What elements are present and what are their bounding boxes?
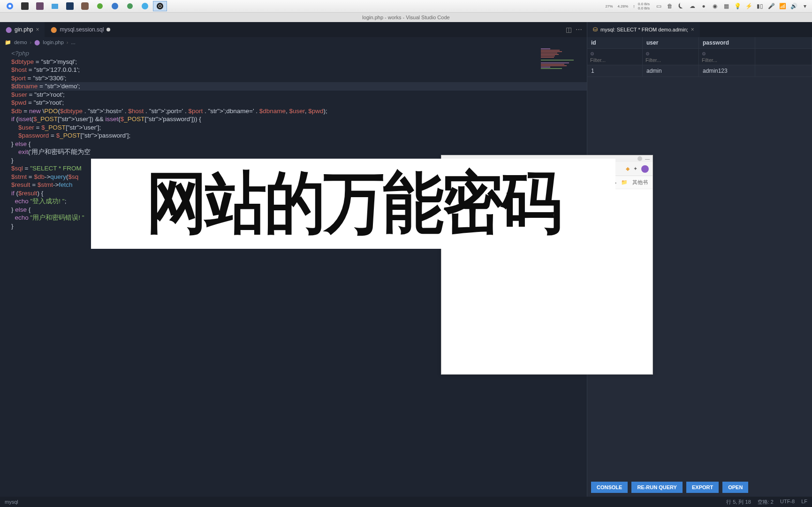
app-brown-icon[interactable] [78,1,92,11]
status-spaces[interactable]: 空格: 2 [758,499,774,506]
tray-volume-icon[interactable]: 🔊 [789,2,798,10]
app-green2-icon[interactable] [123,1,137,11]
chevron-right-icon: › [30,39,32,45]
filter-icon: ⚙ [590,51,594,56]
crumb-file[interactable]: login.php [43,39,64,45]
app-safari-icon[interactable] [138,1,152,11]
tray-bulb-icon[interactable]: 💡 [733,2,742,10]
avatar-icon[interactable] [637,156,642,161]
filter-password-input[interactable] [702,57,752,63]
query-actions: CONSOLE RE-RUN QUERY EXPORT OPEN [587,478,812,497]
svg-rect-5 [66,2,74,10]
app-dark-icon[interactable] [63,1,77,11]
tab-label: mysql: SELECT * FROM demo.admin; [600,27,688,32]
tray-battery-icon[interactable]: ▮▯ [756,2,764,10]
tray-dropdown-icon[interactable]: ▾ [801,2,809,10]
tab-mysql-session[interactable]: ⬤ mysql.session.sql [45,22,116,37]
svg-rect-2 [21,2,29,10]
window-title: login.php - works - Visual Studio Code [0,13,812,22]
tray-obs-icon[interactable]: ◉ [711,2,719,10]
app-obs-icon[interactable] [153,1,167,11]
svg-point-1 [8,5,11,8]
results-table: id user password ⚙ ⚙ ⚙ 1 admin admin123 [587,37,812,77]
tray-plug-icon[interactable]: ⚡ [744,2,753,10]
rerun-query-button[interactable]: RE-RUN QUERY [631,482,683,493]
status-encoding[interactable]: UTF-8 [780,499,795,506]
app-green1-icon[interactable] [93,1,107,11]
breadcrumb[interactable]: 📁 demo › ⬤ login.php › ... [0,37,587,47]
folder-icon: 📁 [621,179,628,185]
export-button[interactable]: EXPORT [686,482,719,493]
status-bar: mysql 行 5, 列 18 空格: 2 UTF-8 LF [0,497,812,507]
tray-cloud-icon[interactable]: ☁ [688,2,697,10]
open-button[interactable]: OPEN [722,482,748,493]
app-blue-icon[interactable] [108,1,122,11]
column-id[interactable]: id [587,37,643,49]
profile-avatar-icon[interactable] [641,165,649,173]
sql-file-icon: ⬤ [51,26,57,33]
close-icon[interactable]: × [36,26,39,33]
cell-password: admin123 [699,65,755,77]
filter-icon: ⚙ [645,51,650,56]
network-stats: 27% [605,4,613,8]
editor-tabs: ⬤ gin.php × ⬤ mysql.session.sql ◫ ⋯ [0,22,587,37]
svg-point-11 [157,3,163,9]
tray-dnd-icon[interactable]: ⏾ [677,2,685,10]
php-file-icon: ⬤ [6,26,12,33]
tab-label: gin.php [15,26,33,33]
bookmarks-folder[interactable]: 其他书 [632,179,648,186]
php-file-icon: ⬤ [34,39,40,46]
column-extra [755,37,812,49]
console-button[interactable]: CONSOLE [591,482,628,493]
filter-user-input[interactable] [645,57,696,63]
minimize-icon[interactable]: — [645,156,650,161]
status-cursor[interactable]: 行 5, 列 18 [726,499,751,506]
minimap[interactable] [541,48,578,133]
cell-user: admin [643,65,699,77]
tray-mic-icon[interactable]: 🎤 [767,2,775,10]
folder-icon: 📁 [5,39,11,46]
tray-clip-icon[interactable]: ▦ [722,2,730,10]
network-stats-mem: 4.28% [617,4,628,8]
svg-rect-3 [36,2,44,10]
filter-icon: ⚙ [702,51,706,56]
tray-screen-icon[interactable]: ▭ [654,2,663,10]
status-lang[interactable]: mysql [5,499,18,505]
network-speed: 0.0 B/s 0.0 B/s [638,2,650,10]
cell-id: 1 [587,65,643,77]
tab-label: mysql.session.sql [60,26,104,33]
crumb-demo[interactable]: demo [14,39,27,45]
svg-rect-4 [52,4,58,9]
app-files-icon[interactable] [48,1,62,11]
svg-point-9 [127,3,133,9]
svg-rect-6 [81,2,89,10]
svg-point-10 [142,3,148,9]
dirty-indicator-icon [106,28,110,31]
filter-id-input[interactable] [590,57,639,63]
extension-icon[interactable]: ◆ [626,166,630,172]
svg-point-7 [97,3,103,9]
tray-wifi-icon[interactable]: 📶 [778,2,787,10]
tray-green-icon[interactable]: ● [699,2,708,10]
table-row[interactable]: 1 admin admin123 [587,65,812,77]
tray-trash-icon[interactable]: 🗑 [666,2,674,10]
column-user[interactable]: user [643,37,699,49]
more-actions-icon[interactable]: ⋯ [576,26,582,33]
net-arrow-up-icon: ↑ [633,4,635,9]
close-icon[interactable]: × [691,26,694,33]
title-overlay: 网站的万能密码 [91,159,615,249]
crumb-symbol[interactable]: ... [71,39,76,45]
status-eol[interactable]: LF [801,499,807,506]
app-terminal-icon[interactable] [18,1,32,11]
database-icon: ⛁ [593,26,598,33]
tab-login-php[interactable]: ⬤ gin.php × [0,22,45,37]
app-purple-icon[interactable] [33,1,47,11]
tab-query-result[interactable]: ⛁ mysql: SELECT * FROM demo.admin; × [587,22,700,37]
split-editor-icon[interactable]: ◫ [566,26,572,33]
overlay-text: 网站的万能密码 [146,158,560,249]
extensions-puzzle-icon[interactable]: ✦ [633,166,637,172]
svg-point-8 [112,3,118,9]
column-password[interactable]: password [699,37,755,49]
system-taskbar: 27% 4.28% ↑ 0.0 B/s 0.0 B/s ▭ 🗑 ⏾ ☁ ● ◉ … [0,0,812,13]
app-chrome-icon[interactable] [3,1,17,11]
